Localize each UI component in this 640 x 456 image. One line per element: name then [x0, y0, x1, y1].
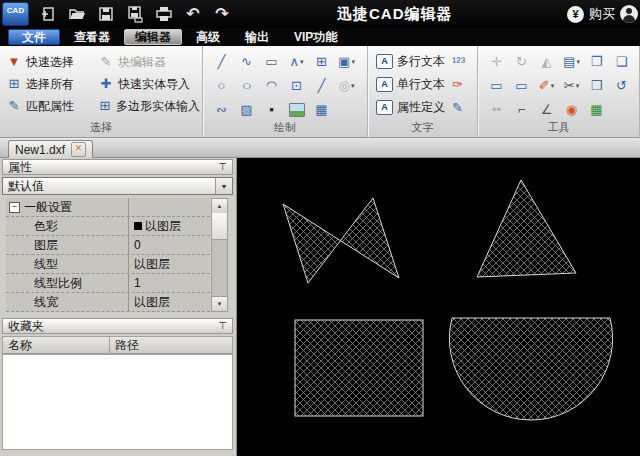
construction-line-button[interactable]: ╱: [318, 78, 326, 94]
polyline-tool-button[interactable]: ∧▾: [289, 54, 303, 70]
erase-icon: ✐: [539, 78, 550, 94]
fillet-tool-button[interactable]: ⌐: [518, 102, 526, 118]
erase-tool-button[interactable]: ✐▾: [539, 78, 554, 94]
chamfer-tool-button[interactable]: ∠: [541, 102, 553, 118]
viewport-button[interactable]: ▭: [515, 78, 527, 94]
ellipse-tool-button[interactable]: ○: [241, 78, 251, 94]
copy-tool-button[interactable]: ❐: [591, 54, 603, 70]
save-button[interactable]: [96, 4, 116, 24]
hatched-circle[interactable]: [449, 318, 612, 420]
scroll-down-button[interactable]: ▼: [212, 296, 227, 311]
spline-tool-button[interactable]: ∿: [241, 54, 252, 70]
raster-image-button[interactable]: [289, 103, 305, 117]
document-tab[interactable]: New1.dxf ✕: [8, 140, 93, 158]
menu-item-file[interactable]: 文件: [8, 29, 60, 45]
document-tab-label: New1.dxf: [15, 143, 65, 157]
single-text-button[interactable]: A单行文本: [376, 76, 452, 93]
circle-tool-button[interactable]: ○: [218, 78, 226, 94]
rect-array-button[interactable]: ▭: [490, 78, 502, 94]
select-all-button[interactable]: ⊞选择所有: [6, 76, 98, 93]
property-value[interactable]: 以图层: [128, 217, 210, 235]
text-numbering-button[interactable]: ¹²³: [452, 54, 474, 70]
revision-cloud-button[interactable]: ∾: [216, 102, 227, 118]
pin-icon[interactable]: ⊤: [218, 321, 227, 331]
property-value[interactable]: 0: [128, 236, 210, 254]
open-file-button[interactable]: [67, 4, 87, 24]
adjust-tool-button[interactable]: ▤▾: [563, 54, 580, 70]
polygon-entity-input-button[interactable]: ⊞多边形实体输入: [98, 98, 200, 115]
color-match-button[interactable]: ◉: [566, 102, 577, 118]
attribute-define-button[interactable]: A属性定义: [376, 99, 452, 116]
print-button[interactable]: [154, 4, 174, 24]
document-tab-bar: New1.dxf ✕: [0, 138, 640, 158]
viewport-icon: ▭: [515, 78, 527, 94]
hatched-triangle[interactable]: [477, 180, 576, 277]
account-icon[interactable]: [620, 5, 638, 23]
favorites-column-name[interactable]: 名称: [3, 337, 109, 354]
group-tool-button[interactable]: ◎▾: [339, 78, 355, 94]
mirror-tool-button[interactable]: ◭: [542, 54, 552, 70]
rotate-tool-button[interactable]: ↻: [516, 54, 527, 70]
redo-button[interactable]: ↷: [212, 4, 232, 24]
combobox-dropdown-button[interactable]: ▼: [215, 178, 232, 194]
point-icon: ▪: [269, 102, 274, 118]
menu-item-advanced[interactable]: 高级: [185, 29, 231, 45]
undo-button[interactable]: ↶: [183, 4, 203, 24]
menu-item-viewer[interactable]: 查看器: [63, 29, 121, 45]
scrollbar-thumb[interactable]: [212, 213, 227, 240]
line-icon: ╱: [218, 54, 226, 70]
paste-tool-button[interactable]: ❏: [616, 54, 628, 70]
quick-select-button[interactable]: ▼快速选择: [6, 54, 98, 71]
text-edit-button[interactable]: ✎: [452, 100, 474, 116]
properties-grid: −一般设置 色彩 以图层 图层 0 线型 以图层 线型比例 1 线宽 以图层: [6, 198, 210, 312]
tab-close-button[interactable]: ✕: [71, 142, 86, 157]
buy-button[interactable]: 购买: [589, 5, 615, 23]
collapse-icon[interactable]: −: [9, 202, 20, 213]
drawing-canvas[interactable]: [237, 158, 640, 456]
pin-icon[interactable]: ⊤: [218, 162, 227, 172]
quick-entity-import-button[interactable]: ✚快速实体导入: [98, 76, 200, 93]
favorites-list[interactable]: [2, 354, 233, 450]
hatched-rectangle[interactable]: [295, 320, 423, 416]
move-tool-button[interactable]: ✛: [491, 54, 502, 70]
line-tool-button[interactable]: ╱: [218, 54, 226, 70]
arc-tool-button[interactable]: ◠: [266, 78, 277, 94]
mtext-button[interactable]: A多行文本: [376, 53, 452, 70]
property-value[interactable]: 1: [128, 274, 210, 292]
match-properties-label: 匹配属性: [26, 98, 74, 115]
properties-scrollbar[interactable]: ▲ ▼: [211, 198, 228, 312]
insert-block-button[interactable]: ⊞: [316, 54, 327, 70]
attribute-define-icon: A: [376, 100, 393, 115]
trim-tool-button[interactable]: ✂▾: [564, 78, 579, 94]
block-editor-button[interactable]: ✎块编辑器: [98, 54, 200, 71]
menu-bar: 文件 查看器 编辑器 高级 输出 VIP功能: [0, 28, 640, 46]
favorites-column-path[interactable]: 路径: [109, 337, 232, 353]
small-array-button[interactable]: ❒: [591, 78, 603, 94]
menu-item-output[interactable]: 输出: [234, 29, 280, 45]
xref-table-button[interactable]: ▦: [590, 102, 602, 118]
grips-button[interactable]: ••: [492, 102, 501, 118]
menu-item-editor[interactable]: 编辑器: [124, 29, 182, 45]
property-value[interactable]: 以图层: [128, 293, 210, 311]
menu-item-vip[interactable]: VIP功能: [283, 29, 348, 45]
favorites-panel-header: 收藏夹 ⊤: [2, 318, 233, 334]
refresh-tool-button[interactable]: ↺: [616, 78, 627, 94]
hatch-tool-button[interactable]: ▨: [240, 102, 252, 118]
table-tool-button[interactable]: ▦: [315, 102, 327, 118]
property-value[interactable]: 以图层: [128, 255, 210, 273]
text-style-button[interactable]: ✑: [452, 77, 474, 93]
hatched-bowtie[interactable]: [283, 198, 399, 283]
region-tool-button[interactable]: ⊡: [291, 78, 302, 94]
block-tool-button[interactable]: ▣▾: [338, 54, 355, 70]
scroll-up-button[interactable]: ▲: [212, 199, 227, 214]
point-tool-button[interactable]: ▪: [269, 102, 274, 118]
properties-preset-combobox[interactable]: 默认值 ▼: [2, 177, 233, 195]
new-file-button[interactable]: [38, 4, 58, 24]
quick-select-label: 快速选择: [26, 54, 74, 71]
save-as-button[interactable]: [125, 4, 145, 24]
match-properties-button[interactable]: ✎匹配属性: [6, 98, 98, 115]
open-folder-icon: [68, 5, 86, 23]
rectangle-tool-button[interactable]: ▭: [265, 54, 277, 70]
save-icon: [97, 5, 115, 23]
property-group-row[interactable]: −一般设置: [6, 198, 210, 217]
